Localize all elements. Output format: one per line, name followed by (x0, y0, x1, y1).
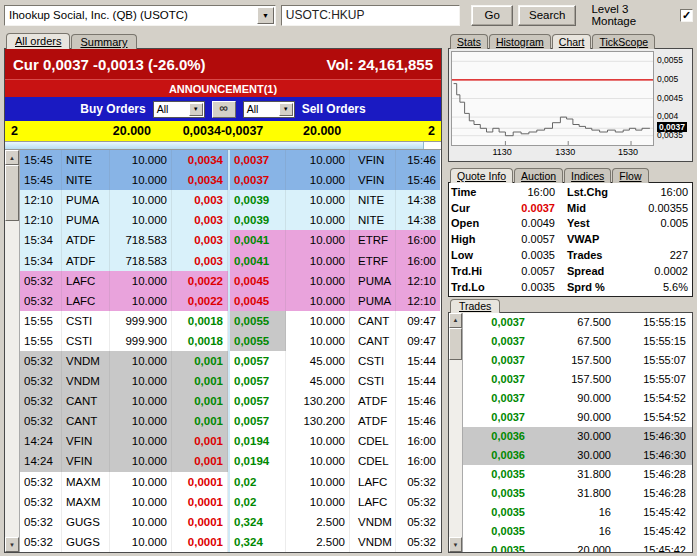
bid-mm-cell: VNDM (62, 351, 110, 371)
tab-auction[interactable]: Auction (514, 168, 563, 183)
order-row[interactable]: 15:34ATDF718.5830,0030,004110.000ETRF16:… (20, 230, 441, 250)
orders-scrollbar[interactable]: ▲ ▼ (5, 150, 20, 552)
order-row[interactable]: 05:32LAFC10.0000,00220,004510.000PUMA12:… (20, 291, 441, 311)
orders-table: ▲ ▼ 15:45NITE10.0000,00340,003710.000VFI… (5, 150, 441, 552)
tab-histogram[interactable]: Histogram (489, 34, 551, 49)
trade-size: 90.000 (525, 411, 611, 423)
order-row[interactable]: 05:32MAXM10.0000,00010,0210.000LAFC05:32 (20, 492, 441, 512)
ask-time-cell: 14:38 (396, 190, 440, 210)
quote-info-row: Trd.Hi0.0057Spread0.0002 (451, 263, 690, 279)
quote-value: 0.0049 (497, 217, 555, 229)
bid-size-cell: 10.000 (110, 291, 172, 311)
trade-row[interactable]: 0,003790.00015:54:52 (463, 408, 692, 427)
scroll-up-icon[interactable]: ▲ (5, 150, 19, 165)
chevron-down-icon[interactable]: ▼ (279, 103, 293, 116)
scroll-down-icon[interactable]: ▼ (5, 537, 19, 552)
chevron-down-icon[interactable]: ▼ (257, 7, 274, 24)
y-axis-label: 0,0055 (657, 55, 683, 65)
montage-checkbox[interactable]: ✓ (680, 9, 693, 22)
trade-row[interactable]: 0,003531.80015:46:28 (463, 465, 692, 484)
trade-row[interactable]: 0,00351615:45:42 (463, 522, 692, 541)
ask-time-cell: 16:00 (396, 250, 440, 270)
bid-price-cell: 0,0001 (172, 472, 228, 492)
info-panel: StatsHistogramChartTickScope 0,00550,005… (448, 31, 693, 553)
order-row[interactable]: 15:55CSTI999.9000,00180,005510.000CANT09… (20, 311, 441, 331)
order-row[interactable]: 14:24VFIN10.0000,0010,019410.000CDEL16:0… (20, 431, 441, 451)
bid-mm-cell: NITE (62, 170, 110, 190)
trade-row[interactable]: 0,003630.00015:46:30 (463, 446, 692, 465)
tab-tickscope[interactable]: TickScope (592, 34, 655, 49)
ask-time-cell: 12:10 (396, 271, 440, 291)
bid-mm-cell: CSTI (62, 311, 110, 331)
order-row[interactable]: 15:34ATDF718.5830,0030,004110.000ETRF16:… (20, 250, 441, 270)
order-row[interactable]: 15:55CSTI999.9000,00180,005510.000CANT09… (20, 331, 441, 351)
ask-price-cell: 0,324 (228, 512, 286, 532)
ask-time-cell: 15:46 (396, 150, 440, 170)
level3-montage-label: Level 3 Montage (591, 3, 675, 27)
order-row[interactable]: 05:32VNDM10.0000,0010,005745.000CSTI15:4… (20, 351, 441, 371)
sell-filter-select[interactable]: All ▼ (243, 101, 295, 118)
buy-filter-select[interactable]: All ▼ (153, 101, 205, 118)
trade-row[interactable]: 0,003520.00015:45:42 (463, 541, 692, 552)
order-row[interactable]: 15:45NITE10.0000,00340,003710.000VFIN15:… (20, 150, 441, 170)
symbol-input[interactable] (281, 5, 460, 26)
trade-row[interactable]: 0,00351615:45:42 (463, 503, 692, 522)
horizontal-scrollbar-thumb[interactable] (5, 142, 424, 149)
trade-price: 0,0037 (463, 335, 525, 347)
quote-value: 0.005 (613, 217, 690, 229)
trade-row[interactable]: 0,003790.00015:54:52 (463, 389, 692, 408)
trades-scrollbar-track[interactable] (449, 328, 462, 537)
tab-flow[interactable]: Flow (612, 168, 648, 183)
order-row[interactable]: 05:32GUGS10.0000,00010,3242.500VNDM05:32 (20, 532, 441, 552)
trade-row[interactable]: 0,003531.80015:46:28 (463, 484, 692, 503)
bid-price-cell: 0,001 (172, 371, 228, 391)
order-row[interactable]: 05:32VNDM10.0000,0010,005745.000CSTI15:4… (20, 371, 441, 391)
link-filters-icon[interactable]: ∞ (212, 101, 236, 118)
symbol-select[interactable]: Ihookup Social, Inc. (QB) (USOTC) ▼ (4, 5, 276, 26)
bid-price-cell: 0,0034 (172, 150, 228, 170)
order-row[interactable]: 15:45NITE10.0000,00340,003710.000VFIN15:… (20, 170, 441, 190)
order-row[interactable]: 05:32CANT10.0000,0010,0057130.200ATDF15:… (20, 411, 441, 431)
ask-price-cell: 0,0039 (228, 190, 286, 210)
order-row[interactable]: 12:10PUMA10.0000,0030,003910.000NITE14:3… (20, 210, 441, 230)
order-row[interactable]: 12:10PUMA10.0000,0030,003910.000NITE14:3… (20, 190, 441, 210)
tab-indices[interactable]: Indices (564, 168, 611, 183)
horizontal-scrollbar[interactable] (5, 141, 441, 150)
trades-scrollbar[interactable]: ▲ ▼ (449, 313, 463, 552)
tab-trades[interactable]: Trades (450, 299, 500, 313)
trade-row[interactable]: 0,003767.50015:55:15 (463, 313, 692, 332)
tab-all-orders[interactable]: All orders (6, 33, 70, 49)
trade-row[interactable]: 0,003630.00015:46:30 (463, 427, 692, 446)
bid-price-cell: 0,001 (172, 411, 228, 431)
scroll-down-icon[interactable]: ▼ (449, 537, 462, 552)
ask-mm-cell: VFIN (350, 150, 396, 170)
order-row[interactable]: 05:32MAXM10.0000,00010,0210.000LAFC05:32 (20, 472, 441, 492)
announcement-banner[interactable]: ANNOUNCEMENT(1) (5, 79, 441, 97)
orders-scrollbar-track[interactable] (5, 165, 19, 537)
tab-stats[interactable]: Stats (450, 34, 488, 49)
trade-time: 15:55:15 (611, 335, 692, 347)
trade-row[interactable]: 0,0037157.50015:55:07 (463, 351, 692, 370)
bid-mm-cell: PUMA (62, 210, 110, 230)
order-row[interactable]: 05:32CANT10.0000,0010,0057130.200ATDF15:… (20, 391, 441, 411)
bid-time-cell: 14:24 (20, 431, 62, 451)
tab-quote-info[interactable]: Quote Info (450, 168, 513, 183)
scroll-up-icon[interactable]: ▲ (449, 313, 462, 328)
go-button[interactable]: Go (471, 5, 513, 26)
orders-scrollbar-thumb[interactable] (5, 165, 19, 221)
total-buy-size: 20.000 (47, 124, 151, 138)
bid-price-cell: 0,0034 (172, 170, 228, 190)
search-button[interactable]: Search (518, 5, 576, 26)
order-row[interactable]: 05:32LAFC10.0000,00220,004510.000PUMA12:… (20, 271, 441, 291)
trade-row[interactable]: 0,0037157.50015:55:07 (463, 370, 692, 389)
trades-scrollbar-thumb[interactable] (449, 328, 462, 360)
order-row[interactable]: 05:32GUGS10.0000,00010,3242.500VNDM05:32 (20, 512, 441, 532)
order-row[interactable]: 14:24VFIN10.0000,0010,019410.000CDEL16:0… (20, 451, 441, 471)
ask-size-cell: 10.000 (286, 271, 350, 291)
tab-chart[interactable]: Chart (552, 34, 592, 49)
tab-summary[interactable]: Summary (71, 34, 136, 49)
trade-row[interactable]: 0,003767.50015:55:15 (463, 332, 692, 351)
quote-header: Cur 0,0037 -0,0013 (-26.0%) Vol: 24,161,… (5, 49, 441, 79)
chevron-down-icon[interactable]: ▼ (189, 103, 203, 116)
x-axis-label: 1130 (492, 147, 511, 157)
